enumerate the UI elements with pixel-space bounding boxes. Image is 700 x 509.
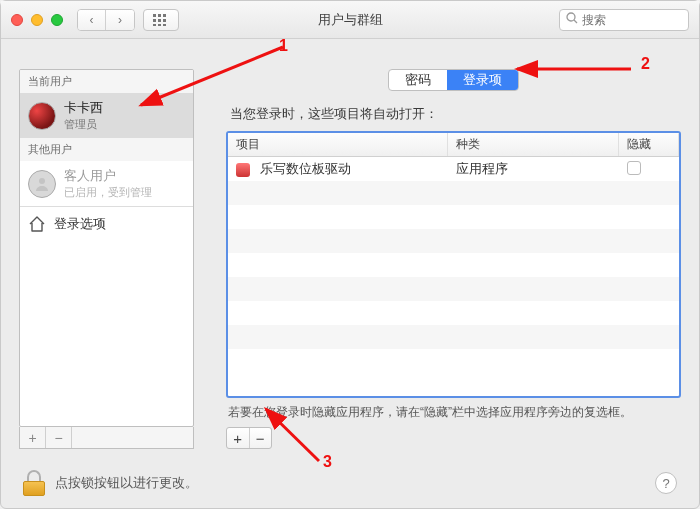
search-field[interactable] <box>559 9 689 31</box>
house-icon <box>28 215 46 233</box>
sidebar: 当前用户 卡卡西 管理员 其他用户 客人用户 已启用，受到管理 <box>19 69 194 449</box>
user-list: 当前用户 卡卡西 管理员 其他用户 客人用户 已启用，受到管理 <box>19 69 194 427</box>
svg-rect-4 <box>158 19 161 22</box>
user-name: 卡卡西 <box>64 99 103 117</box>
guest-role: 已启用，受到管理 <box>64 185 152 200</box>
item-name: 乐写数位板驱动 <box>260 161 351 176</box>
traffic-lights <box>11 14 63 26</box>
svg-rect-0 <box>153 14 156 17</box>
section-other-users: 其他用户 <box>20 138 193 161</box>
item-kind: 应用程序 <box>448 160 619 178</box>
minimize-icon[interactable] <box>31 14 43 26</box>
back-button[interactable]: ‹ <box>78 10 106 30</box>
table-row <box>228 181 679 205</box>
svg-line-10 <box>574 20 577 23</box>
titlebar: ‹ › 用户与群组 <box>1 1 699 39</box>
table-header: 项目 种类 隐藏 <box>228 133 679 157</box>
guest-name: 客人用户 <box>64 167 152 185</box>
table-body: 乐写数位板驱动 应用程序 <box>228 157 679 396</box>
login-options-row[interactable]: 登录选项 <box>20 206 193 241</box>
login-options-label: 登录选项 <box>54 215 106 233</box>
add-user-button[interactable]: + <box>20 427 46 448</box>
forward-button[interactable]: › <box>106 10 134 30</box>
table-row <box>228 325 679 349</box>
table-row[interactable]: 乐写数位板驱动 应用程序 <box>228 157 679 181</box>
footer: 点按锁按钮以进行更改。 ? <box>23 470 677 496</box>
add-item-button[interactable]: + <box>227 428 250 448</box>
tab-password[interactable]: 密码 <box>389 70 447 90</box>
table-row <box>228 253 679 277</box>
lock-icon[interactable] <box>23 470 45 496</box>
hide-checkbox[interactable] <box>627 161 641 175</box>
main: 密码 登录项 当您登录时，这些项目将自动打开： 项目 种类 隐藏 乐写数位板驱动 <box>226 69 681 449</box>
svg-rect-5 <box>163 19 166 22</box>
section-current-user: 当前用户 <box>20 70 193 93</box>
show-all-button[interactable] <box>143 9 179 31</box>
col-item[interactable]: 项目 <box>228 133 448 156</box>
nav-buttons: ‹ › <box>77 9 135 31</box>
prefs-window: ‹ › 用户与群组 当前用户 <box>0 0 700 509</box>
window-title: 用户与群组 <box>318 11 383 29</box>
login-items-desc: 当您登录时，这些项目将自动打开： <box>230 105 681 123</box>
maximize-icon[interactable] <box>51 14 63 26</box>
svg-rect-7 <box>158 24 161 26</box>
avatar-guest-icon <box>28 170 56 198</box>
svg-rect-6 <box>153 24 156 26</box>
table-row <box>228 229 679 253</box>
avatar <box>28 102 56 130</box>
table-row <box>228 277 679 301</box>
col-hide[interactable]: 隐藏 <box>619 133 679 156</box>
svg-rect-3 <box>153 19 156 22</box>
hide-hint: 若要在您登录时隐藏应用程序，请在“隐藏”栏中选择应用程序旁边的复选框。 <box>228 404 679 421</box>
search-icon <box>566 12 578 27</box>
svg-point-11 <box>39 178 45 184</box>
remove-user-button[interactable]: − <box>46 427 72 448</box>
col-kind[interactable]: 种类 <box>448 133 619 156</box>
search-input[interactable] <box>582 13 682 27</box>
app-icon <box>236 163 250 177</box>
svg-point-9 <box>567 13 575 21</box>
table-row <box>228 301 679 325</box>
login-items-controls: + − <box>226 427 272 449</box>
lock-text: 点按锁按钮以进行更改。 <box>55 474 198 492</box>
tabs: 密码 登录项 <box>388 69 519 91</box>
tab-login-items[interactable]: 登录项 <box>447 70 518 90</box>
user-row-guest[interactable]: 客人用户 已启用，受到管理 <box>20 161 193 206</box>
login-items-table: 项目 种类 隐藏 乐写数位板驱动 应用程序 <box>226 131 681 398</box>
svg-rect-2 <box>163 14 166 17</box>
table-row <box>228 349 679 373</box>
help-button[interactable]: ? <box>655 472 677 494</box>
content: 当前用户 卡卡西 管理员 其他用户 客人用户 已启用，受到管理 <box>1 39 699 459</box>
svg-rect-8 <box>163 24 166 26</box>
close-icon[interactable] <box>11 14 23 26</box>
user-role: 管理员 <box>64 117 103 132</box>
sidebar-controls: + − <box>19 427 194 449</box>
user-row-current[interactable]: 卡卡西 管理员 <box>20 93 193 138</box>
svg-rect-1 <box>158 14 161 17</box>
table-row <box>228 205 679 229</box>
remove-item-button[interactable]: − <box>250 428 272 448</box>
